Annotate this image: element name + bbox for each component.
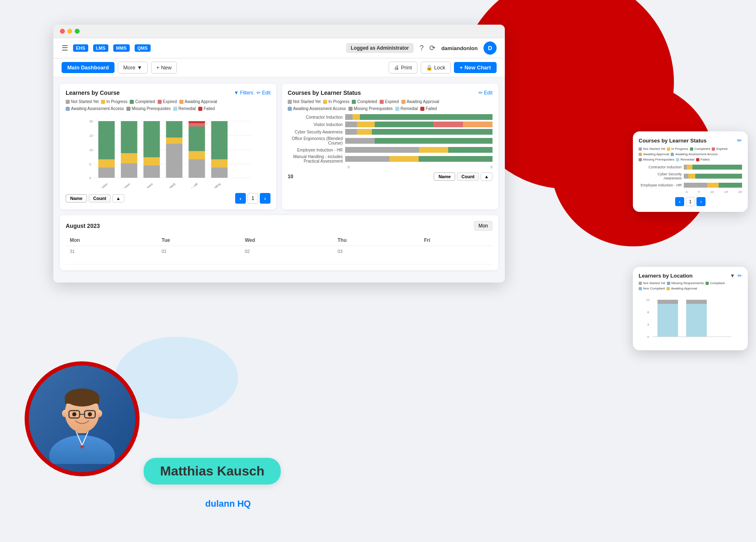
filter-icon: ▼ xyxy=(234,90,239,96)
location-panel-title: Learners by Location xyxy=(639,273,692,279)
hbar-label-5: Employee Induction - HR xyxy=(288,148,345,152)
courses-by-learner-actions: ✏ Edit xyxy=(479,90,493,96)
new-button[interactable]: + New xyxy=(151,62,177,73)
calendar-cell-31: 31 xyxy=(66,246,158,264)
page-number: 1 xyxy=(247,193,258,204)
app-navbar: ☰ EHS LMS MMS QMS Logged as Administrato… xyxy=(53,38,505,58)
nav-tag-ehs[interactable]: EHS xyxy=(73,44,88,52)
edit-chart-button[interactable]: ✏ Edit xyxy=(257,90,270,96)
svg-point-56 xyxy=(96,410,102,417)
svg-text:8: 8 xyxy=(647,310,649,314)
m-prev-page[interactable]: ‹ xyxy=(675,197,684,206)
calendar-col-wed: Wed xyxy=(241,235,333,246)
mobile-panel-header: Courses by Learner Status ✏ xyxy=(639,137,742,144)
l-legend-awaiting: Awaiting Approval xyxy=(667,287,697,290)
avatar[interactable]: D xyxy=(483,41,497,55)
svg-rect-40 xyxy=(657,300,678,337)
print-icon: 🖨 xyxy=(394,64,399,71)
m-hbar-1: Contractor Induction xyxy=(639,165,742,170)
m-legend-remedial: Remedial xyxy=(676,158,694,161)
hbar-bar-4 xyxy=(345,138,493,144)
courses-sort-dir[interactable]: ▲ xyxy=(481,172,493,181)
svg-text:Employee Induction - HR: Employee Induction - HR xyxy=(172,182,199,188)
person-photo-container xyxy=(25,361,140,476)
sort-direction-button[interactable]: ▲ xyxy=(112,194,124,202)
c-legend-in-progress: In Progress xyxy=(323,99,349,104)
svg-rect-28 xyxy=(211,159,228,168)
legend-in-progress: In Progress xyxy=(101,99,127,104)
mobile-panel: Courses by Learner Status ✏ Not Started … xyxy=(633,131,748,212)
l-legend-non-compliant: Non Compliant xyxy=(639,287,665,290)
browser-dot-maximize xyxy=(75,29,80,34)
courses-page-count: 10 xyxy=(288,174,293,179)
svg-rect-43 xyxy=(686,300,707,304)
svg-point-57 xyxy=(80,445,84,448)
hbar-label-2: Visitor Induction xyxy=(288,122,345,127)
c-legend-access: Awaiting Assessment Access xyxy=(288,106,346,111)
charts-row: Learners by Course ▼ Filters ✏ Edit xyxy=(60,84,498,209)
courses-by-learner-title: Courses by Learner Status xyxy=(288,90,361,96)
legend-awaiting-approval: Awaiting Approval xyxy=(179,99,217,104)
m-legend-expired: Expired xyxy=(712,147,727,151)
legend-completed: Completed xyxy=(130,99,155,104)
plus-icon-chart: + xyxy=(460,64,463,71)
history-icon-button[interactable]: ⟳ xyxy=(429,44,435,53)
location-edit-button[interactable]: ✏ xyxy=(738,273,742,279)
l-legend-compliant: Compliant xyxy=(706,281,725,285)
prev-page-button[interactable]: ‹ xyxy=(235,193,246,204)
help-icon-button[interactable]: ? xyxy=(419,44,424,53)
calendar-cell-01: 01 xyxy=(158,246,241,264)
edit-courses-button[interactable]: ✏ Edit xyxy=(479,90,493,96)
svg-rect-23 xyxy=(189,151,205,159)
svg-text:Manual Handling: Manual Handling xyxy=(203,182,221,188)
svg-text:4: 4 xyxy=(647,323,649,326)
location-filter-button[interactable]: ▼ xyxy=(730,273,735,279)
svg-text:Visitor Induction: Visitor Induction xyxy=(113,182,131,188)
nav-tag-mms[interactable]: MMS xyxy=(113,44,130,52)
browser-titlebar xyxy=(53,25,505,38)
c-legend-failed: Failed xyxy=(420,106,437,111)
m-legend-not-started: Not Started Yet xyxy=(639,147,665,151)
filters-button[interactable]: ▼ Filters xyxy=(234,90,254,96)
nav-tag-lms[interactable]: LMS xyxy=(93,44,108,52)
courses-sort-count[interactable]: Count xyxy=(457,172,479,181)
calendar-cell-04 xyxy=(420,246,493,264)
next-page-button[interactable]: › xyxy=(260,193,270,204)
lock-button[interactable]: 🔒 Lock xyxy=(421,62,451,73)
m-next-page[interactable]: › xyxy=(696,197,706,206)
svg-rect-15 xyxy=(121,121,137,153)
svg-point-53 xyxy=(72,412,76,416)
svg-rect-17 xyxy=(144,157,160,165)
c-legend-remedial: Remedial xyxy=(395,106,418,111)
main-dashboard-button[interactable]: Main Dashboard xyxy=(62,62,115,73)
courses-sort-name[interactable]: Name xyxy=(434,172,455,181)
hbar-row-4: Office Ergonomics (Blended Course) xyxy=(288,136,493,145)
person-avatar xyxy=(29,365,135,472)
sort-name-button[interactable]: Name xyxy=(66,194,87,202)
new-chart-button[interactable]: + New Chart xyxy=(454,62,497,73)
person-photo-circle xyxy=(25,361,140,476)
print-button[interactable]: 🖨 Print xyxy=(389,62,417,73)
svg-rect-27 xyxy=(211,168,228,178)
sort-buttons: Name Count ▲ xyxy=(66,194,124,202)
svg-rect-16 xyxy=(144,165,160,178)
m-hbar-3: Employee Induction - HR xyxy=(639,183,742,188)
location-bar-chart: 12 8 4 0 xyxy=(639,294,742,343)
mobile-pagination: ‹ 1 › xyxy=(639,197,742,206)
legend-remedial: Remedial xyxy=(173,106,196,111)
calendar-view-button[interactable]: Mon xyxy=(474,221,493,231)
learners-chart-footer: Name Count ▲ ‹ 1 › xyxy=(66,193,270,204)
courses-by-learner-header: Courses by Learner Status ✏ Edit xyxy=(288,90,493,96)
hamburger-icon[interactable]: ☰ xyxy=(62,44,68,53)
svg-rect-10 xyxy=(99,168,115,178)
calendar-cell-03: 03 xyxy=(333,246,419,264)
hbar-bar-3 xyxy=(345,129,493,135)
svg-rect-19 xyxy=(166,144,183,178)
sort-count-button[interactable]: Count xyxy=(89,194,111,202)
navbar-left: ☰ EHS LMS MMS QMS xyxy=(62,44,151,53)
nav-tag-qms[interactable]: QMS xyxy=(135,44,151,52)
more-button[interactable]: More ▼ xyxy=(118,62,148,73)
logged-as-button[interactable]: Logged as Administrator xyxy=(346,43,414,53)
mobile-edit-button[interactable]: ✏ xyxy=(737,137,742,144)
svg-text:5: 5 xyxy=(89,163,92,166)
